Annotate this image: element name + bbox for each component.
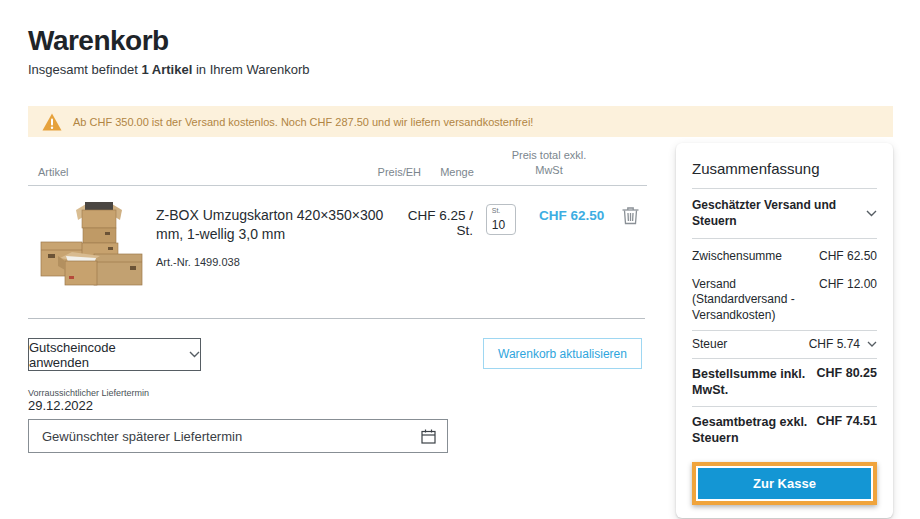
cart-table-header: Artikel Preis/EH Menge Preis total exkl.… (28, 148, 647, 186)
voucher-code-toggle[interactable]: Gutscheincode anwenden (28, 338, 201, 371)
header-price-per-unit: Preis/EH (321, 166, 421, 178)
header-total: Preis total exkl. MwSt (493, 148, 605, 178)
product-info: Z-BOX Umzugskarton 420×350×300 mm, 1-wel… (156, 206, 396, 289)
header-article: Artikel (28, 166, 321, 178)
voucher-code-label: Gutscheincode anwenden (29, 340, 177, 370)
chevron-down-icon (189, 351, 200, 358)
later-delivery-field[interactable] (28, 419, 448, 453)
chevron-down-icon[interactable] (867, 341, 877, 347)
calendar-icon[interactable] (421, 429, 436, 444)
shipping-value: CHF 12.00 (819, 277, 877, 291)
subtotal-row: Zwischensumme CHF 62.50 (692, 239, 877, 271)
cart-item-article-cell: Z-BOX Umzugskarton 420×350×300 mm, 1-wel… (28, 192, 396, 289)
cart-count-summary: Insgesamt befindet 1 Artikel in Ihrem Wa… (28, 62, 310, 77)
update-cart-button[interactable]: Warenkorb aktualisieren (483, 338, 642, 369)
cart-count-suffix: in Ihrem Warenkorb (192, 62, 309, 77)
free-shipping-text: Ab CHF 350.00 ist der Versand kostenlos.… (73, 116, 533, 128)
line-total: CHF 62.50 (528, 208, 614, 223)
tax-row[interactable]: Steuer CHF 5.74 (692, 331, 877, 359)
tax-value: CHF 5.74 (809, 337, 860, 351)
summary-title: Zusammenfassung (692, 160, 877, 177)
estimated-shipping-label: Geschätzter Versand und Steuern (692, 198, 840, 229)
quantity-stepper[interactable]: St. (486, 204, 516, 235)
product-sku: Art.-Nr. 1499.038 (156, 256, 396, 268)
unit-price: CHF 6.25 / St. (396, 208, 473, 238)
cart-table: Artikel Preis/EH Menge Preis total exkl.… (28, 148, 647, 289)
later-delivery-input[interactable] (40, 428, 421, 445)
expected-delivery-date: 29.12.2022 (28, 398, 93, 413)
order-total-row: Bestellsumme inkl. MwSt. CHF 80.25 (692, 359, 877, 406)
shipping-label: Versand (Standardversand - Versandkosten… (692, 277, 812, 324)
remove-item-button[interactable] (622, 206, 639, 225)
cart-item-row: Z-BOX Umzugskarton 420×350×300 mm, 1-wel… (28, 186, 647, 289)
expected-delivery-label: Vorraussichtlicher Liefertermin (28, 388, 149, 398)
cart-count-bold: 1 Artikel (141, 62, 192, 77)
warning-triangle-icon (42, 113, 62, 131)
shipping-row: Versand (Standardversand - Versandkosten… (692, 271, 877, 330)
grand-total-label: Gesamtbetrag exkl. Steuern (692, 414, 812, 447)
free-shipping-banner: Ab CHF 350.00 ist der Versand kostenlos.… (28, 106, 893, 137)
subtotal-value: CHF 62.50 (819, 249, 877, 263)
tax-label: Steuer (692, 337, 809, 353)
quantity-unit-label: St. (492, 207, 515, 215)
header-quantity: Menge (421, 166, 493, 178)
order-total-label: Bestellsumme inkl. MwSt. (692, 366, 812, 399)
cart-count-prefix: Insgesamt befindet (28, 62, 141, 77)
trash-icon (622, 206, 639, 225)
estimated-shipping-toggle[interactable]: Geschätzter Versand und Steuern (692, 189, 877, 238)
quantity-cell: St. (473, 192, 528, 235)
subtotal-label: Zwischensumme (692, 249, 812, 265)
grand-total-row: Gesamtbetrag exkl. Steuern CHF 74.51 (692, 407, 877, 454)
cart-bottom-divider (28, 318, 645, 319)
product-image[interactable] (38, 192, 150, 289)
page-title: Warenkorb (28, 25, 169, 57)
checkout-highlight-ring: Zur Kasse (692, 462, 877, 505)
grand-total-value: CHF 74.51 (817, 414, 877, 428)
quantity-input[interactable] (492, 218, 512, 232)
order-summary-panel: Zusammenfassung Geschätzter Versand und … (676, 143, 893, 518)
chevron-down-icon (866, 210, 877, 217)
product-name[interactable]: Z-BOX Umzugskarton 420×350×300 mm, 1-wel… (156, 206, 396, 244)
order-total-value: CHF 80.25 (817, 366, 877, 380)
checkout-button[interactable]: Zur Kasse (698, 468, 871, 499)
remove-cell (615, 192, 647, 229)
